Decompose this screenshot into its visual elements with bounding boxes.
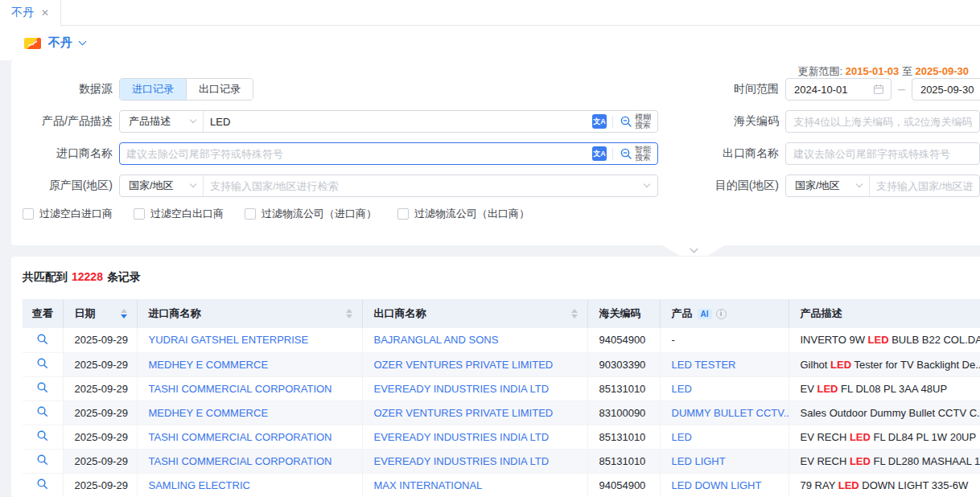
sort-control[interactable] xyxy=(571,309,578,318)
origin-country-select[interactable]: 国家/地区 xyxy=(120,175,204,196)
time-from-field[interactable] xyxy=(785,78,891,101)
importer-link[interactable]: TASHI COMMERCIAL CORPORATION xyxy=(149,431,332,443)
description-cell: 79 RAY LED DOWN LIGHT 335-6W xyxy=(789,473,980,497)
filter-checkbox[interactable]: 过滤空白进口商 xyxy=(23,207,113,221)
view-search-icon xyxy=(36,429,48,442)
importer-link[interactable]: TASHI COMMERCIAL CORPORATION xyxy=(149,455,332,467)
importer-search-input[interactable] xyxy=(120,144,592,163)
destination-country-select[interactable]: 国家/地区 xyxy=(786,175,870,196)
hs-code-cell: 90303390 xyxy=(587,352,660,376)
importer-cell: TASHI COMMERCIAL CORPORATION xyxy=(137,449,362,473)
calendar-icon xyxy=(873,84,884,95)
description-text: FL DL08 PL 3AA 48UP xyxy=(838,383,947,395)
collapse-filters-button[interactable] xyxy=(662,245,725,256)
info-icon[interactable]: i xyxy=(716,309,727,319)
column-label: 日期 xyxy=(75,306,96,321)
description-cell: INVERTO 9W LED BULB B22 COL.DA ... xyxy=(789,328,980,352)
time-to-field[interactable] xyxy=(912,78,980,101)
column-header-exporter[interactable]: 出口商名称 xyxy=(362,299,587,328)
product-field-select[interactable]: 产品描述 xyxy=(120,111,204,132)
product-link[interactable]: DUMMY BULLET CCTV... xyxy=(672,407,789,419)
date-cell: 2025-09-29 xyxy=(63,352,137,376)
fuzzy-search-button[interactable]: 模糊 搜索 xyxy=(619,111,651,132)
product-search-input[interactable] xyxy=(204,112,592,131)
time-to-input[interactable] xyxy=(912,84,980,96)
translate-icon[interactable]: 文A xyxy=(592,114,607,129)
importer-input-group: 文A 智能 搜索 xyxy=(119,142,658,165)
table-row: 2025-09-29MEDHEY E COMMERCEOZER VENTURES… xyxy=(23,352,980,376)
filter-checkbox[interactable]: 过滤物流公司（出口商） xyxy=(397,207,529,221)
table-header-row: 查看日期进口商名称出口商名称海关编码产品AIi产品描述 xyxy=(23,299,980,328)
view-search-icon xyxy=(36,454,48,466)
description-cell: EV LED FL DL08 PL 3AA 48UP xyxy=(789,376,980,400)
chevron-down-icon[interactable] xyxy=(79,38,87,46)
filter-checkbox[interactable]: 过滤物流公司（进口商） xyxy=(245,207,377,221)
search-icon xyxy=(620,115,632,128)
view-record-button[interactable] xyxy=(23,425,63,449)
exporter-link[interactable]: MAX INTERNATIONAL xyxy=(374,479,483,491)
view-record-button[interactable] xyxy=(23,473,63,497)
tab-bhutan[interactable]: 不丹 ✕ xyxy=(0,0,61,26)
description-text: Sales Outdoor Dummy Bullet CCTV C... xyxy=(801,407,980,419)
product-link[interactable]: LED TESTER xyxy=(672,359,736,371)
hs-code-cell: 83100090 xyxy=(587,400,660,425)
importer-link[interactable]: SAMLING ELECTRIC xyxy=(149,479,250,491)
origin-country-input[interactable] xyxy=(204,176,644,195)
column-label: 出口商名称 xyxy=(374,306,426,321)
sort-control[interactable] xyxy=(346,309,352,318)
product-link[interactable]: LED xyxy=(672,431,692,443)
product-link[interactable]: LED xyxy=(672,383,692,395)
importer-link[interactable]: YUDRAI GATSHEL ENTERPRISE xyxy=(149,334,309,346)
tab-label: 不丹 xyxy=(11,6,34,20)
exporter-link[interactable]: EVEREADY INDUSTRIES INDIA LTD xyxy=(374,455,550,467)
checkbox-box[interactable] xyxy=(397,208,409,220)
exporter-name-input[interactable] xyxy=(785,142,980,165)
destination-country-input[interactable] xyxy=(870,176,979,195)
view-record-button[interactable] xyxy=(23,400,63,425)
view-record-button[interactable] xyxy=(23,376,63,400)
checkbox-box[interactable] xyxy=(245,208,256,220)
exporter-link[interactable]: EVEREADY INDUSTRIES INDIA LTD xyxy=(374,383,550,395)
description-text: INVERTO 9W xyxy=(801,334,868,346)
exporter-link[interactable]: BAJRANGLAL AND SONS xyxy=(374,334,499,346)
country-header: 不丹 xyxy=(0,26,980,60)
exporter-cell: BAJRANGLAL AND SONS xyxy=(362,328,587,352)
sort-control[interactable] xyxy=(121,309,127,318)
column-header-importer[interactable]: 进口商名称 xyxy=(137,299,362,328)
product-link[interactable]: LED LIGHT xyxy=(672,455,726,467)
filter-row-datasource: 数据源 进口记录 出口记录 时间范围 – xyxy=(11,78,980,101)
importer-link[interactable]: MEDHEY E COMMERCE xyxy=(149,359,269,371)
importer-cell: SAMLING ELECTRIC xyxy=(137,473,362,497)
product-cell: - xyxy=(660,328,789,352)
match-summary: 共匹配到12228条记录 xyxy=(23,269,980,284)
translate-icon[interactable]: 文A xyxy=(592,146,607,161)
exporter-link[interactable]: EVEREADY INDUSTRIES INDIA LTD xyxy=(374,431,550,443)
column-header-date[interactable]: 日期 xyxy=(63,299,137,328)
time-from-input[interactable] xyxy=(786,84,873,96)
product-link[interactable]: LED DOWN LIGHT xyxy=(672,479,762,491)
view-record-button[interactable] xyxy=(23,352,63,376)
segment-export-records[interactable]: 出口记录 xyxy=(186,79,253,100)
product-cell: LED DOWN LIGHT xyxy=(660,473,789,497)
importer-link[interactable]: MEDHEY E COMMERCE xyxy=(149,407,269,419)
filter-checkbox[interactable]: 过滤空白出口商 xyxy=(134,207,224,221)
view-record-button[interactable] xyxy=(23,328,63,352)
view-record-button[interactable] xyxy=(23,449,63,473)
country-name: 不丹 xyxy=(48,35,72,51)
close-icon[interactable]: ✕ xyxy=(41,8,49,18)
column-header-hs_code: 海关编码 xyxy=(587,299,660,328)
exporter-link[interactable]: OZER VENTURES PRIVATE LIMITED xyxy=(374,359,554,371)
checkbox-box[interactable] xyxy=(134,208,145,220)
summary-prefix: 共匹配到 xyxy=(23,270,68,283)
date-cell: 2025-09-29 xyxy=(63,473,137,497)
checkbox-box[interactable] xyxy=(23,208,34,220)
hs-code-input[interactable] xyxy=(785,110,980,133)
importer-cell: YUDRAI GATSHEL ENTERPRISE xyxy=(137,328,362,352)
importer-cell: TASHI COMMERCIAL CORPORATION xyxy=(137,425,362,449)
exporter-link[interactable]: OZER VENTURES PRIVATE LIMITED xyxy=(374,407,554,419)
segment-import-records[interactable]: 进口记录 xyxy=(120,79,186,100)
description-text: FL DL84 PL 1W 20UP xyxy=(871,431,976,443)
update-range: 更新范围: 2015-01-03 至 2025-09-30 xyxy=(798,64,970,79)
importer-link[interactable]: TASHI COMMERCIAL CORPORATION xyxy=(149,383,332,395)
smart-search-button[interactable]: 智能 搜索 xyxy=(619,143,651,164)
